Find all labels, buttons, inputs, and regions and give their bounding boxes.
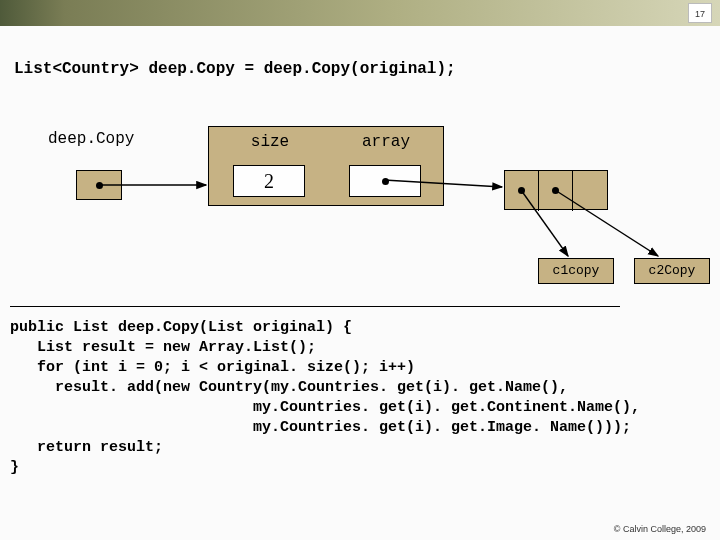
- country-c2: c2Copy: [634, 258, 710, 284]
- size-cell: 2: [233, 165, 305, 197]
- array-slot-2: [573, 171, 607, 211]
- ref-box: [76, 170, 122, 200]
- array-slot-1: [539, 171, 573, 211]
- array-object: [504, 170, 608, 210]
- code-method: public List deep.Copy(List original) { L…: [10, 318, 640, 478]
- array-slot-0: [505, 171, 539, 211]
- separator: [10, 306, 620, 307]
- ref-label: deep.Copy: [48, 130, 134, 148]
- array-label: array: [331, 133, 441, 151]
- page-number: 17: [688, 3, 712, 23]
- array-cell: [349, 165, 421, 197]
- list-object-box: size array 2: [208, 126, 444, 206]
- pointer-dot: [382, 178, 389, 185]
- pointer-dot: [518, 187, 525, 194]
- size-label: size: [215, 133, 325, 151]
- pointer-dot: [552, 187, 559, 194]
- country-c1: c1copy: [538, 258, 614, 284]
- code-declaration: List<Country> deep.Copy = deep.Copy(orig…: [14, 60, 456, 78]
- pointer-dot: [96, 182, 103, 189]
- title-bar: [0, 0, 720, 26]
- footer-copyright: © Calvin College, 2009: [614, 524, 706, 534]
